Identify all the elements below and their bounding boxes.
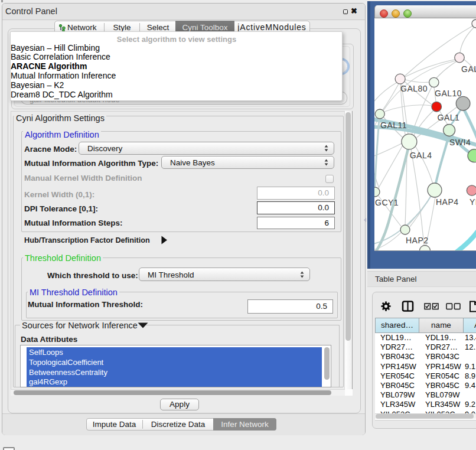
svg-text:SWI4: SWI4 [449, 138, 471, 147]
svg-text:GAL11: GAL11 [380, 120, 407, 130]
svg-text:GAL1: GAL1 [438, 113, 460, 122]
svg-text:GAL4: GAL4 [410, 151, 432, 160]
svg-text:GCY1: GCY1 [375, 198, 399, 207]
svg-text:GAL2: GAL2 [461, 64, 476, 74]
svg-text:HAP4: HAP4 [436, 197, 459, 207]
svg-text:GAL80: GAL80 [400, 84, 428, 93]
svg-text:YBR: YBR [470, 197, 476, 207]
svg-text:HAP2: HAP2 [406, 236, 429, 245]
svg-text:GAL10: GAL10 [435, 89, 462, 98]
